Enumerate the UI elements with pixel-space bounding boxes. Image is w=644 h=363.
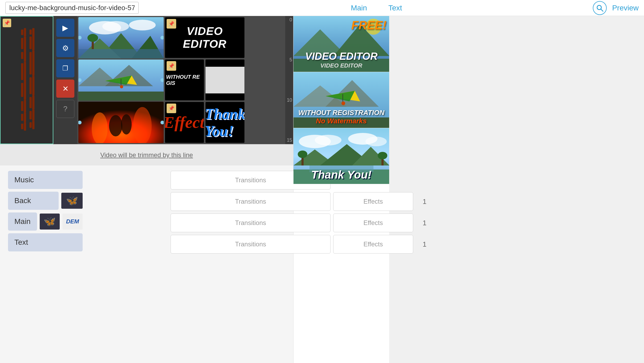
- row-number-2: 1: [416, 198, 426, 206]
- ruler-mark-0: 0: [286, 17, 292, 23]
- svg-point-53: [109, 115, 122, 136]
- svg-line-1: [601, 9, 603, 11]
- effects-cell-2[interactable]: Effects: [333, 192, 413, 211]
- thumb-butterfly-2: 🦋: [40, 214, 60, 230]
- preview-text-overlay-3: Thank You!: [293, 168, 389, 181]
- main-row: Main 🦋 DEM: [8, 212, 83, 231]
- clip-effects-text: Effects: [165, 113, 204, 132]
- text-clip-effects[interactable]: [205, 59, 245, 101]
- svg-rect-19: [32, 28, 34, 36]
- svg-rect-17: [24, 122, 26, 131]
- video-clip-fire[interactable]: [78, 102, 164, 143]
- effects-cell-4[interactable]: Effects: [333, 235, 413, 254]
- filename-input[interactable]: [5, 2, 139, 14]
- video-clip-hangglider[interactable]: [78, 60, 164, 101]
- transitions-label-3: Transitions: [235, 219, 266, 227]
- svg-point-81: [378, 152, 387, 159]
- main-area: 📌: [0, 16, 644, 363]
- delete-button[interactable]: ✕: [56, 80, 74, 98]
- svg-rect-2: [21, 30, 23, 35]
- thumb-butterfly-1: 🦋: [61, 193, 83, 209]
- preview-label[interactable]: Preview: [612, 4, 639, 12]
- svg-rect-16: [21, 124, 23, 129]
- search-button[interactable]: [593, 1, 607, 15]
- text-clip-pin-2: 📌: [167, 61, 176, 71]
- svg-rect-28: [30, 111, 32, 120]
- svg-rect-24: [30, 77, 32, 94]
- svg-rect-3: [24, 28, 26, 37]
- preview-item-3[interactable]: Thank You!: [293, 128, 389, 184]
- clip-handle-right-3[interactable]: [160, 121, 164, 124]
- svg-rect-11: [24, 80, 26, 100]
- controls-panel: ▶ ⚙ ❐ ✕ ?: [53, 16, 77, 144]
- text-clip-effects-big[interactable]: 📌 Effects: [165, 102, 204, 143]
- timeline-row-4: Transitions Effects 1: [171, 235, 426, 254]
- preview-item-1[interactable]: VIDEO EDITOR VIDEO EDITOR FREE!: [293, 16, 389, 72]
- effects-cell-3[interactable]: Effects: [333, 214, 413, 232]
- text-clip-thankyou[interactable]: Thank You!: [205, 102, 245, 143]
- preview-item-2[interactable]: WITHOUT REGISTRATION No Watermarks: [293, 72, 389, 128]
- clip-title-text: VIDEO EDITOR: [168, 25, 242, 50]
- transitions-label-4: Transitions: [235, 240, 266, 248]
- text-clip-without-regis[interactable]: 📌 WITHOUT REGIS: [165, 59, 204, 101]
- svg-rect-27: [32, 96, 34, 110]
- trim-line-area: Video will be trimmed by this line: [0, 144, 293, 165]
- text-clip-pin: 📌: [167, 19, 176, 29]
- clip-handle-right[interactable]: [160, 36, 164, 40]
- waveform: [11, 27, 43, 133]
- svg-rect-22: [30, 52, 32, 74]
- trim-line-text: Video will be trimmed by this line: [100, 151, 193, 159]
- audio-track[interactable]: 📌: [0, 16, 53, 144]
- timeline-row-3: Transitions Effects 1: [171, 214, 426, 232]
- help-button[interactable]: ?: [56, 100, 74, 118]
- music-button[interactable]: Music: [8, 171, 83, 189]
- svg-rect-5: [24, 37, 26, 51]
- svg-point-72: [365, 137, 387, 146]
- ruler-mark-5: 5: [286, 57, 292, 63]
- text-clip-pin-3: 📌: [167, 104, 176, 113]
- video-clip-landscape[interactable]: [78, 17, 164, 58]
- play-button[interactable]: ▶: [56, 19, 74, 37]
- svg-point-54: [121, 114, 132, 135]
- back-row: Back 🦋: [8, 192, 83, 210]
- svg-rect-26: [30, 97, 32, 108]
- svg-rect-4: [21, 38, 23, 49]
- svg-rect-39: [78, 49, 164, 58]
- clip-handle-right-2[interactable]: [160, 78, 164, 82]
- svg-rect-12: [21, 101, 23, 111]
- header: Main Text Preview: [0, 0, 644, 16]
- svg-rect-18: [30, 30, 32, 35]
- svg-rect-21: [32, 35, 34, 51]
- svg-rect-7: [24, 49, 26, 62]
- svg-point-41: [87, 34, 98, 42]
- transitions-cell-4[interactable]: Transitions: [171, 235, 331, 254]
- svg-rect-9: [24, 62, 26, 82]
- copy-button[interactable]: ❐: [56, 59, 74, 77]
- settings-button[interactable]: ⚙: [56, 39, 74, 57]
- svg-point-66: [341, 101, 345, 105]
- text-clip-video-editor[interactable]: VIDEO EDITOR 📌: [165, 17, 245, 58]
- text-button[interactable]: Text: [8, 233, 83, 251]
- row-number-3: 1: [416, 219, 426, 227]
- main-button[interactable]: Main: [8, 212, 37, 231]
- svg-point-35: [129, 20, 156, 30]
- tab-main[interactable]: Main: [348, 3, 370, 13]
- transitions-label-1: Transitions: [235, 176, 266, 184]
- header-tabs: Main Text: [160, 3, 593, 13]
- clip-thankyou-text: Thank You!: [205, 105, 245, 140]
- svg-rect-30: [30, 122, 32, 128]
- svg-rect-49: [78, 92, 164, 101]
- effects-label-2: Effects: [364, 198, 383, 205]
- svg-point-34: [102, 21, 129, 32]
- sidebar-buttons: Music Back 🦋 Main 🦋 DEM: [8, 171, 83, 256]
- back-button[interactable]: Back: [8, 192, 59, 210]
- svg-rect-13: [24, 100, 26, 112]
- svg-rect-8: [21, 63, 23, 80]
- effects-label-3: Effects: [364, 219, 383, 227]
- pin-icon: 📌: [3, 19, 11, 27]
- svg-rect-20: [30, 37, 32, 49]
- tab-text[interactable]: Text: [386, 3, 405, 13]
- transitions-cell-2[interactable]: Transitions: [171, 192, 331, 211]
- transitions-cell-3[interactable]: Transitions: [171, 214, 331, 232]
- ruler-mark-15: 15: [286, 137, 292, 143]
